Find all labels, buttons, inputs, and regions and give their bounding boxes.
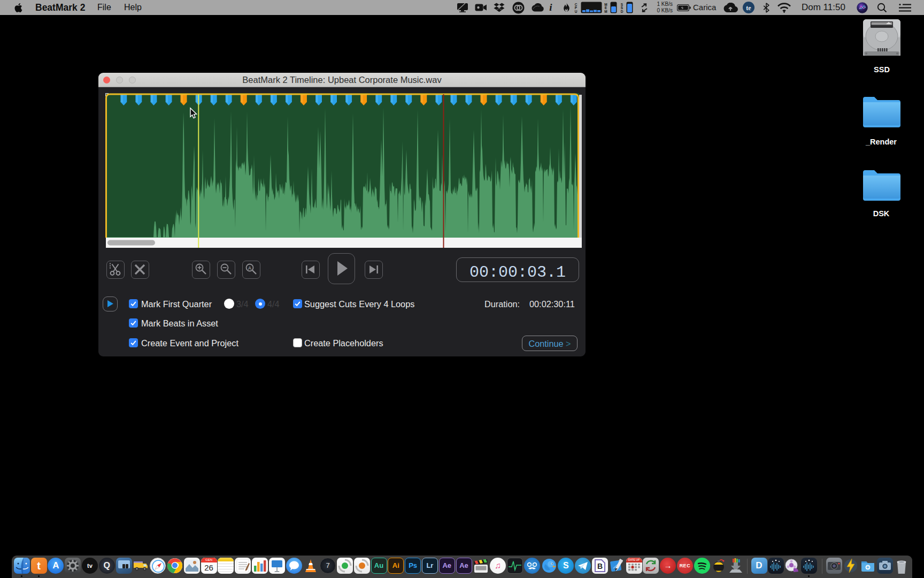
svg-text:i: i (549, 2, 552, 13)
svg-text:A: A (248, 265, 252, 271)
svg-text:te: te (746, 4, 751, 12)
svg-text:U: U (575, 10, 578, 13)
svg-text:M: M (604, 10, 607, 13)
svg-text:B: B (597, 562, 603, 571)
svg-text:D: D (621, 10, 623, 13)
